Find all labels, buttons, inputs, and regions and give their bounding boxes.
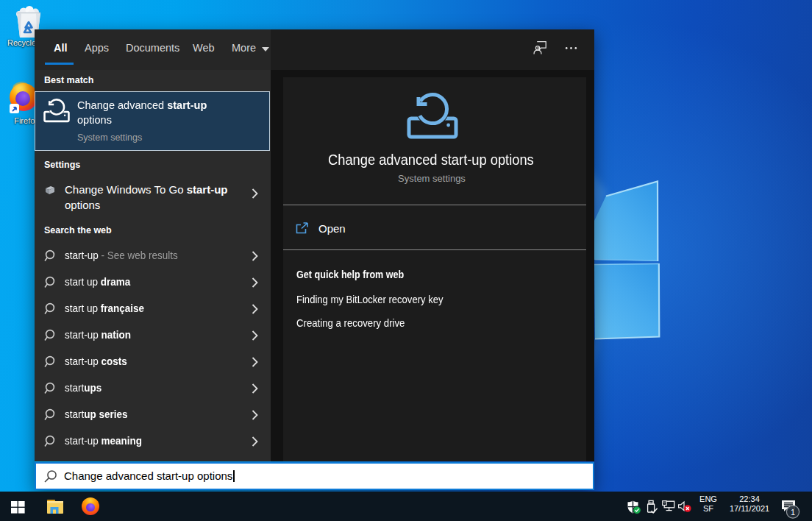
svg-text:1: 1 xyxy=(791,508,795,517)
